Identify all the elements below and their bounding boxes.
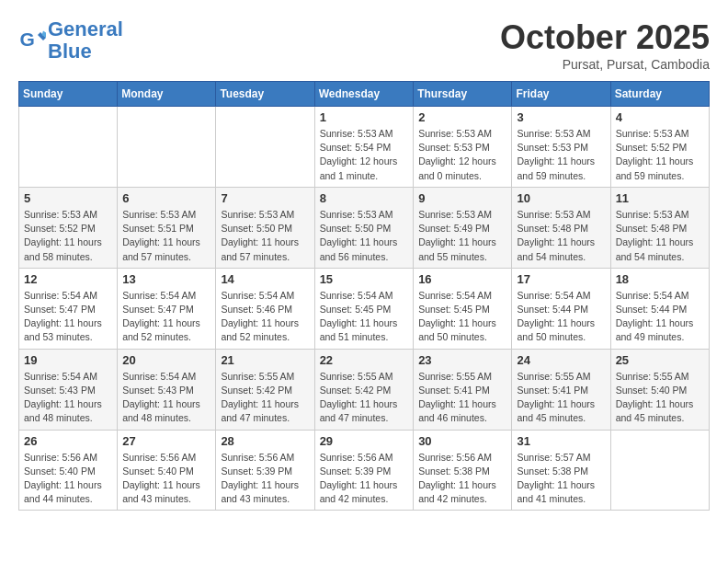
logo: G General Blue — [18, 18, 123, 63]
calendar-cell: 14Sunrise: 5:54 AM Sunset: 5:46 PM Dayli… — [216, 268, 314, 349]
day-info: Sunrise: 5:53 AM Sunset: 5:51 PM Dayligh… — [122, 208, 210, 264]
day-info: Sunrise: 5:54 AM Sunset: 5:47 PM Dayligh… — [24, 289, 112, 345]
calendar-cell: 10Sunrise: 5:53 AM Sunset: 5:48 PM Dayli… — [512, 187, 610, 268]
calendar-cell: 7Sunrise: 5:53 AM Sunset: 5:50 PM Daylig… — [216, 187, 314, 268]
day-info: Sunrise: 5:56 AM Sunset: 5:39 PM Dayligh… — [320, 451, 409, 507]
day-number: 12 — [24, 272, 112, 286]
day-info: Sunrise: 5:53 AM Sunset: 5:50 PM Dayligh… — [221, 208, 309, 264]
day-info: Sunrise: 5:53 AM Sunset: 5:54 PM Dayligh… — [320, 127, 409, 183]
day-number: 22 — [320, 353, 409, 367]
calendar-cell: 4Sunrise: 5:53 AM Sunset: 5:52 PM Daylig… — [610, 107, 709, 188]
day-info: Sunrise: 5:55 AM Sunset: 5:42 PM Dayligh… — [320, 370, 409, 426]
day-number: 6 — [122, 191, 210, 205]
calendar-cell: 13Sunrise: 5:54 AM Sunset: 5:47 PM Dayli… — [118, 268, 216, 349]
day-info: Sunrise: 5:54 AM Sunset: 5:43 PM Dayligh… — [24, 370, 112, 426]
location: Pursat, Pursat, Cambodia — [500, 57, 710, 72]
day-number: 5 — [24, 191, 112, 205]
calendar-cell: 11Sunrise: 5:53 AM Sunset: 5:48 PM Dayli… — [610, 187, 709, 268]
day-info: Sunrise: 5:55 AM Sunset: 5:41 PM Dayligh… — [418, 370, 506, 426]
logo-general: General — [48, 17, 123, 40]
week-row-1: 1Sunrise: 5:53 AM Sunset: 5:54 PM Daylig… — [19, 107, 710, 188]
calendar-table: SundayMondayTuesdayWednesdayThursdayFrid… — [18, 81, 710, 511]
calendar-cell: 29Sunrise: 5:56 AM Sunset: 5:39 PM Dayli… — [314, 430, 414, 511]
calendar-cell: 17Sunrise: 5:54 AM Sunset: 5:44 PM Dayli… — [512, 268, 610, 349]
weekday-header-thursday: Thursday — [414, 82, 512, 107]
day-number: 31 — [517, 434, 605, 448]
calendar-cell: 19Sunrise: 5:54 AM Sunset: 5:43 PM Dayli… — [19, 349, 118, 430]
day-number: 17 — [517, 272, 605, 286]
week-row-5: 26Sunrise: 5:56 AM Sunset: 5:40 PM Dayli… — [19, 430, 710, 511]
calendar-cell: 30Sunrise: 5:56 AM Sunset: 5:38 PM Dayli… — [414, 430, 512, 511]
calendar-cell: 23Sunrise: 5:55 AM Sunset: 5:41 PM Dayli… — [414, 349, 512, 430]
day-number: 25 — [616, 353, 704, 367]
day-number: 15 — [320, 272, 409, 286]
weekday-header-saturday: Saturday — [610, 82, 709, 107]
day-info: Sunrise: 5:57 AM Sunset: 5:38 PM Dayligh… — [517, 451, 605, 507]
day-number: 20 — [122, 353, 210, 367]
day-number: 26 — [24, 434, 112, 448]
day-info: Sunrise: 5:54 AM Sunset: 5:45 PM Dayligh… — [418, 289, 506, 345]
calendar-cell: 18Sunrise: 5:54 AM Sunset: 5:44 PM Dayli… — [610, 268, 709, 349]
day-info: Sunrise: 5:53 AM Sunset: 5:48 PM Dayligh… — [616, 208, 704, 264]
svg-text:G: G — [20, 29, 35, 50]
weekday-header-monday: Monday — [118, 82, 216, 107]
week-row-4: 19Sunrise: 5:54 AM Sunset: 5:43 PM Dayli… — [19, 349, 710, 430]
day-info: Sunrise: 5:56 AM Sunset: 5:39 PM Dayligh… — [221, 451, 309, 507]
calendar-cell: 22Sunrise: 5:55 AM Sunset: 5:42 PM Dayli… — [314, 349, 414, 430]
calendar-cell: 16Sunrise: 5:54 AM Sunset: 5:45 PM Dayli… — [414, 268, 512, 349]
page-header: G General Blue October 2025 Pursat, Purs… — [18, 18, 710, 72]
week-row-3: 12Sunrise: 5:54 AM Sunset: 5:47 PM Dayli… — [19, 268, 710, 349]
day-number: 30 — [418, 434, 506, 448]
day-number: 19 — [24, 353, 112, 367]
day-number: 29 — [320, 434, 409, 448]
day-number: 14 — [221, 272, 309, 286]
day-info: Sunrise: 5:56 AM Sunset: 5:40 PM Dayligh… — [24, 451, 112, 507]
month-title: October 2025 — [500, 18, 710, 57]
day-number: 8 — [320, 191, 409, 205]
day-info: Sunrise: 5:54 AM Sunset: 5:46 PM Dayligh… — [221, 289, 309, 345]
title-section: October 2025 Pursat, Pursat, Cambodia — [500, 18, 710, 72]
day-number: 27 — [122, 434, 210, 448]
logo-blue: Blue — [48, 40, 92, 63]
day-number: 11 — [616, 191, 704, 205]
weekday-header-tuesday: Tuesday — [216, 82, 314, 107]
day-info: Sunrise: 5:55 AM Sunset: 5:41 PM Dayligh… — [517, 370, 605, 426]
day-info: Sunrise: 5:53 AM Sunset: 5:53 PM Dayligh… — [517, 127, 605, 183]
day-info: Sunrise: 5:53 AM Sunset: 5:52 PM Dayligh… — [616, 127, 704, 183]
calendar-cell: 12Sunrise: 5:54 AM Sunset: 5:47 PM Dayli… — [19, 268, 118, 349]
day-info: Sunrise: 5:53 AM Sunset: 5:53 PM Dayligh… — [418, 127, 506, 183]
day-number: 4 — [616, 110, 704, 124]
calendar-cell: 6Sunrise: 5:53 AM Sunset: 5:51 PM Daylig… — [118, 187, 216, 268]
weekday-header-sunday: Sunday — [19, 82, 118, 107]
day-info: Sunrise: 5:53 AM Sunset: 5:49 PM Dayligh… — [418, 208, 506, 264]
day-number: 24 — [517, 353, 605, 367]
calendar-cell: 2Sunrise: 5:53 AM Sunset: 5:53 PM Daylig… — [414, 107, 512, 188]
calendar-cell: 3Sunrise: 5:53 AM Sunset: 5:53 PM Daylig… — [512, 107, 610, 188]
week-row-2: 5Sunrise: 5:53 AM Sunset: 5:52 PM Daylig… — [19, 187, 710, 268]
day-number: 9 — [418, 191, 506, 205]
day-number: 7 — [221, 191, 309, 205]
day-info: Sunrise: 5:55 AM Sunset: 5:42 PM Dayligh… — [221, 370, 309, 426]
calendar-cell: 9Sunrise: 5:53 AM Sunset: 5:49 PM Daylig… — [414, 187, 512, 268]
day-number: 1 — [320, 110, 409, 124]
weekday-header-wednesday: Wednesday — [314, 82, 414, 107]
day-info: Sunrise: 5:54 AM Sunset: 5:44 PM Dayligh… — [616, 289, 704, 345]
day-info: Sunrise: 5:56 AM Sunset: 5:38 PM Dayligh… — [418, 451, 506, 507]
day-number: 23 — [418, 353, 506, 367]
day-info: Sunrise: 5:56 AM Sunset: 5:40 PM Dayligh… — [122, 451, 210, 507]
calendar-cell: 24Sunrise: 5:55 AM Sunset: 5:41 PM Dayli… — [512, 349, 610, 430]
calendar-cell: 8Sunrise: 5:53 AM Sunset: 5:50 PM Daylig… — [314, 187, 414, 268]
day-number: 2 — [418, 110, 506, 124]
calendar-cell: 21Sunrise: 5:55 AM Sunset: 5:42 PM Dayli… — [216, 349, 314, 430]
day-number: 21 — [221, 353, 309, 367]
day-info: Sunrise: 5:54 AM Sunset: 5:47 PM Dayligh… — [122, 289, 210, 345]
calendar-cell: 20Sunrise: 5:54 AM Sunset: 5:43 PM Dayli… — [118, 349, 216, 430]
calendar-cell: 26Sunrise: 5:56 AM Sunset: 5:40 PM Dayli… — [19, 430, 118, 511]
logo-icon: G — [18, 27, 46, 54]
calendar-cell: 1Sunrise: 5:53 AM Sunset: 5:54 PM Daylig… — [314, 107, 414, 188]
day-info: Sunrise: 5:53 AM Sunset: 5:50 PM Dayligh… — [320, 208, 409, 264]
calendar-cell — [610, 430, 709, 511]
calendar-cell — [19, 107, 118, 188]
weekday-header-row: SundayMondayTuesdayWednesdayThursdayFrid… — [19, 82, 710, 107]
calendar-cell: 28Sunrise: 5:56 AM Sunset: 5:39 PM Dayli… — [216, 430, 314, 511]
